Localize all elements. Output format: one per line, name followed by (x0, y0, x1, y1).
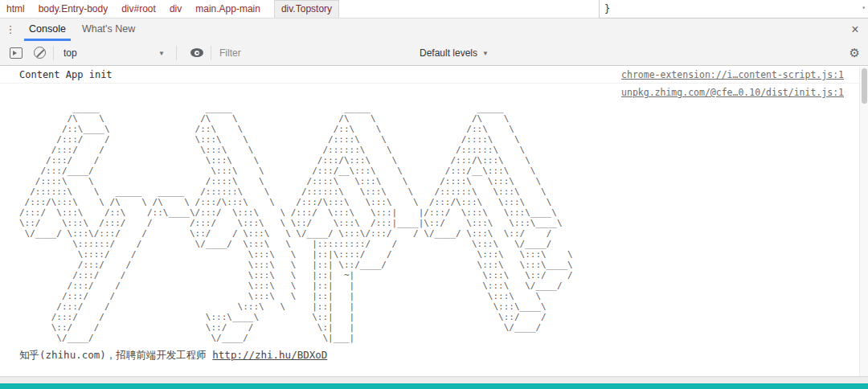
styles-pane: } ▾ (599, 0, 868, 18)
console-output: Content App init chrome-extension://i…co… (0, 67, 868, 376)
scrollbar-thumb[interactable] (862, 68, 867, 104)
styles-brace[interactable]: } (604, 3, 610, 14)
console-log-row[interactable]: Content App init chrome-extension://i…co… (0, 67, 868, 84)
console-footer-message: 知乎(zhihu.com)，招聘前端开发工程师 http://zhi.hu/BD… (19, 349, 844, 362)
log-levels-label: Default levels (420, 47, 477, 59)
tab-whats-new[interactable]: What's New (74, 18, 143, 41)
scroll-caret-icon[interactable]: ▾ (862, 4, 866, 11)
breadcrumb-item-body[interactable]: body.Entry-body (39, 3, 108, 14)
toolbar-divider (211, 46, 211, 60)
breadcrumb-item-main[interactable]: main.App-main (195, 3, 260, 14)
devtools-window: html body.Entry-body div#root div main.A… (0, 0, 868, 389)
gear-icon[interactable]: ⚙ (850, 46, 860, 60)
tab-console[interactable]: Console (21, 18, 74, 41)
source-link-init-js[interactable]: unpkg.zhimg.com/@cfe…0.10/dist/init.js:1 (621, 87, 844, 98)
chevron-down-icon: ▼ (482, 50, 489, 57)
breadcrumb: html body.Entry-body div#root div main.A… (0, 0, 599, 18)
toolbar-divider (53, 46, 54, 60)
breadcrumb-item-div[interactable]: div (170, 3, 182, 14)
log-levels-dropdown[interactable]: Default levels ▼ (420, 47, 489, 59)
toolbar-divider (176, 46, 177, 60)
scrollbar[interactable] (859, 67, 868, 376)
clear-console-icon[interactable] (31, 46, 48, 60)
breadcrumb-item-html[interactable]: html (6, 3, 25, 14)
filter-input[interactable] (219, 45, 408, 61)
console-sidebar-icon[interactable] (6, 46, 24, 60)
console-message: Content App init (19, 69, 113, 80)
console-tab-bar: ⋮ Console What's New × (0, 18, 868, 41)
context-selector[interactable]: top ▼ (59, 47, 171, 59)
console-toolbar: top ▼ Default levels ▼ ⚙ (0, 41, 868, 66)
footer-text: 知乎(zhihu.com)，招聘前端开发工程师 (19, 349, 212, 361)
close-icon[interactable]: × (847, 22, 863, 38)
page-bottom-strip (0, 376, 868, 383)
live-expression-eye-icon[interactable] (188, 46, 206, 60)
context-selector-value: top (63, 47, 77, 59)
breadcrumb-item-topstory[interactable]: div.Topstory (274, 0, 339, 18)
footer-link[interactable]: http://zhi.hu/BDXoD (212, 349, 327, 361)
chevron-down-icon: ▼ (158, 50, 165, 57)
page-teal-bar (0, 383, 868, 389)
console-log-row[interactable]: unpkg.zhimg.com/@cfe…0.10/dist/init.js:1… (0, 84, 868, 362)
kebab-menu-icon[interactable]: ⋮ (0, 18, 21, 41)
source-link-content-script[interactable]: chrome-extension://i…content-script.js:1 (621, 69, 844, 80)
breadcrumb-item-root[interactable]: div#root (121, 3, 156, 14)
ascii-art: _____ _____ _____ _____ /\ \ /\ \ /\ \ /… (19, 103, 844, 343)
